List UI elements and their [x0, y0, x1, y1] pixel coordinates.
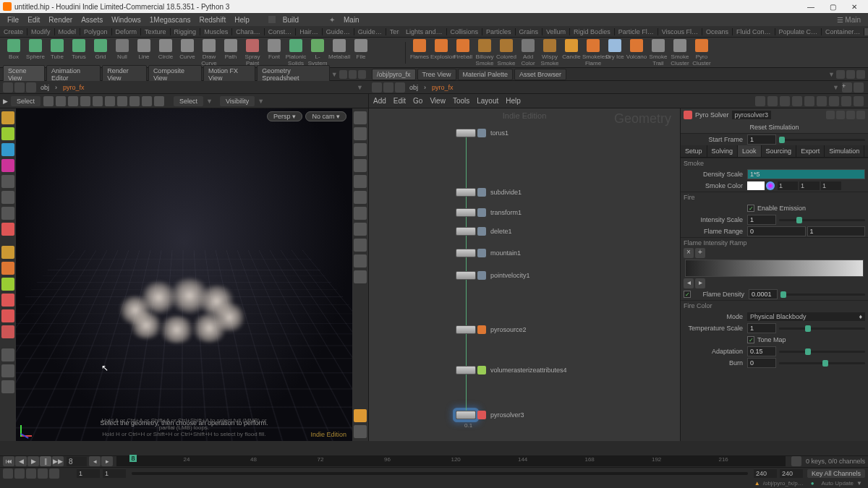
flame-density-field[interactable]: 0.0001: [749, 289, 778, 299]
nav-back-icon[interactable]: [372, 82, 382, 93]
menu-render[interactable]: Render: [44, 16, 77, 24]
vp-display-icon[interactable]: [354, 239, 367, 252]
enable-emission-checkbox[interactable]: ✓: [747, 205, 754, 212]
shelf-tab[interactable]: Oceans: [702, 28, 733, 35]
nv-tools[interactable]: Tools: [453, 97, 469, 105]
channel-lock-icon[interactable]: [791, 456, 801, 466]
tab-simulation[interactable]: Simulation: [825, 145, 864, 157]
shelf-tab[interactable]: Viscous Fl…: [658, 28, 702, 35]
nv-go[interactable]: Go: [413, 97, 422, 105]
vptool-icon[interactable]: [129, 96, 140, 106]
timeline-ruler[interactable]: 8 24487296120144168192216: [116, 456, 786, 466]
shelf-tool-torus[interactable]: Torus: [68, 39, 90, 67]
node-pyrosource2[interactable]: pyrosource2: [456, 325, 527, 334]
shelf-tab[interactable]: Polygon: [80, 28, 112, 35]
tab-sourcing[interactable]: Sourcing: [762, 145, 797, 157]
shelf-tab[interactable]: Collisions: [447, 28, 483, 35]
fire-color-mode-dropdown[interactable]: Physical Blackbody♦: [747, 312, 865, 321]
global-end1-field[interactable]: 240: [754, 469, 777, 478]
minimize-button[interactable]: —: [800, 3, 822, 11]
shelf-tool-draw-curve[interactable]: Draw Curve: [198, 39, 220, 67]
tl-icon[interactable]: [26, 468, 36, 479]
select-tool-icon[interactable]: ▶: [3, 98, 8, 105]
menu-windows[interactable]: Windows: [107, 16, 145, 24]
first-frame-button[interactable]: ⏮: [3, 456, 14, 466]
vp-tool[interactable]: [1, 223, 14, 236]
vptool-icon[interactable]: [56, 96, 66, 106]
nv-layout[interactable]: Layout: [477, 97, 498, 105]
shelf-tab[interactable]: Guide…: [354, 28, 386, 35]
pathbar-opt-icon[interactable]: [854, 82, 864, 93]
nv-help[interactable]: Help: [506, 97, 521, 105]
vp-tool[interactable]: [1, 159, 14, 172]
flame-range-hi[interactable]: 1: [807, 226, 866, 236]
tab-setup[interactable]: Setup: [681, 145, 707, 157]
shelf-tool-fireball[interactable]: Fireball: [452, 39, 474, 67]
menu-edit[interactable]: Edit: [23, 16, 44, 24]
desktop-selector[interactable]: Build: [268, 16, 303, 24]
tab-look[interactable]: Look: [738, 145, 762, 157]
vptool-icon[interactable]: [43, 96, 54, 106]
crumb-obj[interactable]: obj: [38, 84, 52, 91]
shelf-tab[interactable]: Const…: [265, 28, 297, 35]
tab-export[interactable]: Export: [796, 145, 825, 157]
pathbar-plus-icon[interactable]: +: [842, 82, 852, 93]
menu-file[interactable]: File: [3, 16, 23, 24]
vp-tool[interactable]: [1, 175, 14, 188]
shelf-tool-explosion[interactable]: Explosion: [430, 39, 452, 67]
nv-toolbar-icon[interactable]: [804, 96, 814, 106]
vptool-icon[interactable]: [105, 96, 115, 106]
flame-density-checkbox[interactable]: ✓: [684, 291, 691, 298]
vp-display-icon[interactable]: [354, 207, 367, 220]
vp-tool[interactable]: [1, 294, 14, 307]
temp-scale-slider[interactable]: [779, 328, 865, 330]
global-end2-field[interactable]: 240: [780, 469, 803, 478]
shelf-tab[interactable]: Chara…: [232, 28, 265, 35]
vp-display-icon[interactable]: [354, 159, 367, 172]
tab-tree-view[interactable]: Tree View: [417, 69, 456, 80]
shelf-tab[interactable]: Deform: [112, 28, 142, 35]
intensity-scale-field[interactable]: 1: [747, 215, 776, 225]
shelf-tool-add-color[interactable]: Add Color: [517, 39, 539, 67]
lock-icon[interactable]: [354, 143, 367, 156]
burn-field[interactable]: 0: [747, 358, 776, 368]
shelf-tab[interactable]: Grains: [516, 28, 543, 35]
vp-tool[interactable]: [1, 278, 14, 291]
tl-icon[interactable]: [3, 468, 13, 479]
shelf-tab[interactable]: Fluid Con…: [733, 28, 775, 35]
vp-tool[interactable]: [1, 380, 14, 393]
shelf-tab[interactable]: Terra…: [386, 28, 399, 35]
gear-icon[interactable]: [826, 111, 835, 119]
nv-toolbar-icon[interactable]: [767, 96, 778, 106]
menu-assets[interactable]: Assets: [77, 16, 107, 24]
vp-tool[interactable]: [1, 143, 14, 156]
ramp-prev-icon[interactable]: ◂: [684, 278, 694, 288]
nv-toolbar-icon[interactable]: [829, 96, 839, 106]
home-icon[interactable]: [354, 111, 367, 124]
shelf-tool-path[interactable]: Path: [220, 39, 242, 67]
shelf-tool-file[interactable]: File: [350, 39, 372, 67]
vp-tool[interactable]: [1, 348, 14, 361]
node-delete1[interactable]: delete1: [456, 227, 512, 236]
vptool-icon[interactable]: [93, 96, 103, 106]
vptool-icon[interactable]: [80, 96, 90, 106]
shelf-tab[interactable]: Create: [0, 28, 27, 35]
nav-fwd-icon[interactable]: [383, 82, 393, 93]
shelf-tool-l-system[interactable]: L-System: [307, 39, 328, 67]
shelf-tab[interactable]: Model: [55, 28, 81, 35]
smoke-color-g[interactable]: 1: [799, 181, 820, 190]
magnet-icon[interactable]: [1, 325, 14, 338]
vptool-icon[interactable]: [142, 96, 152, 106]
pause-button[interactable]: ‖: [40, 456, 51, 466]
shelf-tool-curve[interactable]: Curve: [176, 39, 198, 67]
range-start-field[interactable]: 1: [77, 469, 100, 478]
tab-solving[interactable]: Solving: [707, 145, 739, 157]
nav-up-icon[interactable]: [26, 82, 36, 93]
node-name-field[interactable]: pyrosolver3: [732, 111, 772, 119]
persp-dropdown[interactable]: Persp ▾: [267, 111, 302, 121]
select-dropdown[interactable]: Select: [174, 96, 203, 106]
menu-help[interactable]: Help: [230, 16, 254, 24]
shelf-tool-dry-ice[interactable]: Dry Ice: [604, 39, 626, 67]
shelf-tab[interactable]: Pyro FX: [864, 28, 868, 35]
ramp-next-icon[interactable]: ▸: [695, 278, 705, 288]
